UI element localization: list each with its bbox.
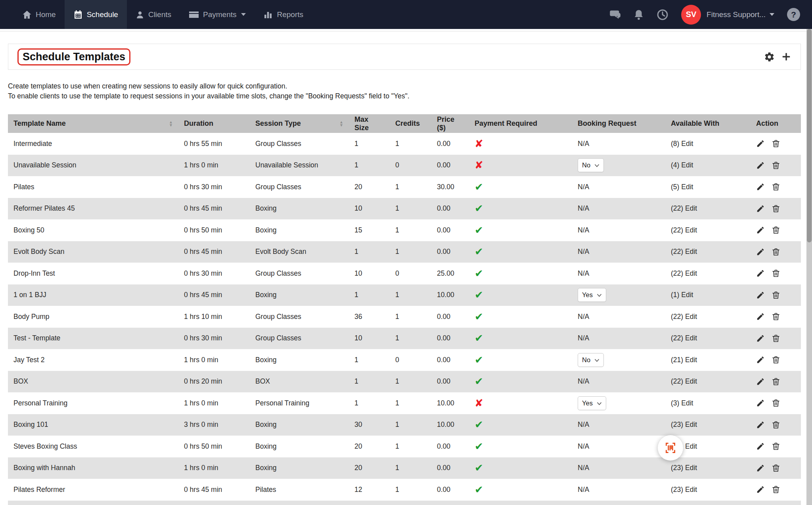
edit-pencil-icon[interactable] bbox=[756, 226, 765, 234]
edit-pencil-icon[interactable] bbox=[756, 485, 765, 494]
table-row: Pilates Reformer0 hrs 45 minPilates1210.… bbox=[8, 479, 801, 501]
bell-icon[interactable] bbox=[634, 9, 644, 20]
max-size-cell: 10 bbox=[349, 263, 390, 284]
delete-trash-icon[interactable] bbox=[772, 269, 780, 278]
max-size-cell: 20 bbox=[349, 176, 390, 198]
edit-pencil-icon[interactable] bbox=[756, 442, 765, 451]
edit-pencil-icon[interactable] bbox=[756, 248, 765, 256]
duration-cell: 0 hrs 20 min bbox=[178, 371, 250, 393]
nav-item-clients[interactable]: Clients bbox=[127, 0, 180, 29]
session-type-cell: Pilates bbox=[250, 479, 349, 501]
available-with-count: (22) bbox=[671, 334, 683, 342]
edit-pencil-icon[interactable] bbox=[756, 312, 765, 321]
edit-pencil-icon[interactable] bbox=[756, 421, 765, 429]
edit-pencil-icon[interactable] bbox=[756, 182, 765, 191]
delete-trash-icon[interactable] bbox=[772, 355, 780, 364]
help-icon[interactable]: ? bbox=[787, 8, 800, 21]
available-with-edit-link[interactable]: Edit bbox=[681, 291, 693, 299]
available-with-count: (23) bbox=[671, 486, 683, 493]
booking-request-select[interactable]: Yes bbox=[578, 396, 606, 410]
chat-icon[interactable] bbox=[609, 10, 621, 20]
available-with-edit-link[interactable]: Edit bbox=[681, 183, 693, 191]
available-with-edit-link[interactable]: Edit bbox=[685, 334, 697, 342]
max-size-cell: 30 bbox=[349, 414, 390, 436]
available-with-edit-link[interactable]: Edit bbox=[681, 399, 693, 407]
chevron-down-icon bbox=[597, 399, 602, 407]
delete-trash-icon[interactable] bbox=[772, 334, 780, 343]
duration-cell: 0 hrs 30 min bbox=[178, 176, 250, 198]
available-with-count: (5) bbox=[671, 183, 679, 191]
avatar[interactable]: SV bbox=[681, 5, 701, 25]
payment-required-check-icon: ✔ bbox=[475, 375, 483, 387]
booking-request-select[interactable]: Yes bbox=[578, 288, 606, 302]
table-row: Reformer Pilates 450 hrs 45 minBoxing101… bbox=[8, 198, 801, 220]
available-with-edit-link[interactable]: Edit bbox=[685, 356, 697, 364]
template-name-cell: Reformer Pilates 45 bbox=[8, 198, 178, 220]
table-row: Evolt Body Scan0 hrs 45 minEvolt Body Sc… bbox=[8, 241, 801, 263]
edit-pencil-icon[interactable] bbox=[756, 399, 765, 407]
delete-trash-icon[interactable] bbox=[772, 204, 780, 213]
booking-request-value: N/A bbox=[572, 436, 665, 457]
scrollbar-thumb[interactable] bbox=[807, 29, 812, 242]
session-type-cell: Boxing bbox=[250, 414, 349, 436]
add-template-button[interactable] bbox=[781, 52, 791, 62]
available-with-count: (22) bbox=[671, 313, 683, 321]
duration-cell: 0 hrs 45 min bbox=[178, 241, 250, 263]
booking-request-select[interactable]: No bbox=[578, 353, 604, 367]
edit-pencil-icon[interactable] bbox=[756, 204, 765, 213]
table-row: Drop-Inn Test0 hrs 30 minGroup Classes10… bbox=[8, 263, 801, 284]
available-with-edit-link[interactable]: Edit bbox=[681, 161, 693, 169]
edit-pencil-icon[interactable] bbox=[756, 355, 765, 364]
edit-pencil-icon[interactable] bbox=[756, 161, 765, 170]
column-header-session-type[interactable]: Session Type▲▼ bbox=[250, 114, 349, 133]
delete-trash-icon[interactable] bbox=[772, 161, 780, 170]
column-header-template-name[interactable]: Template Name▲▼ bbox=[8, 114, 178, 133]
booking-request-select[interactable]: No bbox=[578, 158, 604, 172]
available-with-edit-link[interactable]: Edit bbox=[685, 313, 697, 321]
delete-trash-icon[interactable] bbox=[772, 485, 780, 494]
available-with-edit-link[interactable]: Edit bbox=[685, 421, 697, 428]
available-with-edit-link[interactable]: Edit bbox=[685, 486, 697, 493]
account-menu[interactable]: Fitness Support... bbox=[707, 10, 774, 19]
max-size-cell: 1 bbox=[349, 371, 390, 393]
delete-trash-icon[interactable] bbox=[772, 182, 780, 191]
sort-icon[interactable]: ▲▼ bbox=[169, 121, 173, 127]
edit-pencil-icon[interactable] bbox=[756, 334, 765, 343]
available-with-edit-link[interactable]: Edit bbox=[681, 140, 693, 148]
delete-trash-icon[interactable] bbox=[772, 248, 780, 256]
delete-trash-icon[interactable] bbox=[772, 399, 780, 407]
credits-cell: 1 bbox=[390, 457, 431, 479]
edit-pencil-icon[interactable] bbox=[756, 139, 765, 148]
available-with-edit-link[interactable]: Edit bbox=[685, 204, 697, 212]
delete-trash-icon[interactable] bbox=[772, 442, 780, 451]
delete-trash-icon[interactable] bbox=[772, 312, 780, 321]
nav-item-reports[interactable]: Reports bbox=[255, 0, 312, 29]
nav-item-home[interactable]: Home bbox=[13, 0, 65, 29]
available-with-edit-link[interactable]: Edit bbox=[685, 464, 697, 472]
available-with-edit-link[interactable]: Edit bbox=[685, 269, 697, 277]
edit-pencil-icon[interactable] bbox=[756, 377, 765, 386]
edit-pencil-icon[interactable] bbox=[756, 269, 765, 278]
delete-trash-icon[interactable] bbox=[772, 291, 780, 300]
delete-trash-icon[interactable] bbox=[772, 421, 780, 429]
settings-gear-icon[interactable] bbox=[764, 52, 775, 62]
scan-barcode-floating-button[interactable] bbox=[658, 435, 683, 461]
nav-item-schedule[interactable]: Schedule bbox=[65, 0, 127, 29]
available-with-edit-link[interactable]: Edit bbox=[685, 226, 697, 234]
available-with-edit-link[interactable]: Edit bbox=[685, 442, 697, 450]
edit-pencil-icon[interactable] bbox=[756, 464, 765, 472]
sort-icon[interactable]: ▲▼ bbox=[339, 121, 343, 127]
delete-trash-icon[interactable] bbox=[772, 377, 780, 386]
price-cell: 25.00 bbox=[431, 263, 469, 284]
session-type-cell: Group Classes bbox=[250, 306, 349, 328]
available-with-edit-link[interactable]: Edit bbox=[685, 248, 697, 255]
clock-icon[interactable] bbox=[657, 9, 668, 21]
nav-item-payments[interactable]: Payments bbox=[180, 0, 255, 29]
delete-trash-icon[interactable] bbox=[772, 226, 780, 234]
card-icon bbox=[189, 10, 199, 19]
edit-pencil-icon[interactable] bbox=[756, 291, 765, 300]
booking-request-value: N/A bbox=[572, 479, 665, 501]
available-with-edit-link[interactable]: Edit bbox=[685, 377, 697, 385]
delete-trash-icon[interactable] bbox=[772, 464, 780, 472]
delete-trash-icon[interactable] bbox=[772, 139, 780, 148]
